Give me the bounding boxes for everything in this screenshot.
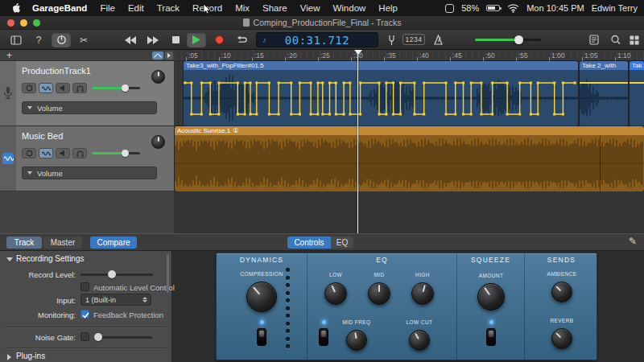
menu-help[interactable]: Help [372, 3, 404, 13]
menu-user[interactable]: Edwin Terry [592, 3, 638, 13]
knob-mid-freq[interactable] [346, 330, 367, 351]
edit-pencil-icon[interactable]: ✎ [629, 236, 637, 247]
play-button[interactable] [187, 32, 206, 47]
automation-param-dropdown[interactable]: Volume [22, 101, 157, 114]
catch-playhead-button[interactable] [165, 51, 173, 60]
cycle-button[interactable] [232, 32, 251, 47]
auto-level-checkbox[interactable] [80, 282, 89, 291]
time-ruler[interactable]: :05:10:15:20:25:30:35:40:45:50:551:001:0… [175, 50, 644, 61]
knob-ambience[interactable] [551, 282, 572, 302]
playhead-marker[interactable] [354, 50, 362, 55]
library-button[interactable] [6, 32, 26, 47]
noise-gate-checkbox[interactable] [80, 332, 89, 341]
mute-button[interactable] [56, 148, 70, 158]
media-browser-button[interactable] [625, 32, 644, 47]
add-track-button[interactable]: + [6, 50, 12, 61]
menu-clock[interactable]: Mon 10:45 PM [526, 3, 584, 13]
disclosure-triangle-icon[interactable] [6, 257, 13, 261]
knob-low-cut[interactable] [409, 330, 430, 351]
compare-button[interactable]: Compare [90, 237, 137, 249]
toggle-switch-dynamics[interactable] [257, 328, 266, 346]
record-level-slider[interactable] [80, 274, 153, 276]
lcd-display[interactable]: ♪ 00:31.712 [256, 32, 378, 47]
volume-thumb[interactable] [514, 35, 523, 44]
automation-param-dropdown[interactable]: Volume [22, 167, 157, 179]
menu-mix[interactable]: Mix [229, 3, 256, 13]
pan-knob[interactable] [151, 135, 165, 149]
notepad-button[interactable] [584, 32, 604, 47]
menu-extra-icon[interactable] [445, 4, 454, 13]
noise-gate-thumb[interactable] [94, 333, 102, 341]
knob-compression[interactable] [246, 282, 277, 312]
solo-button[interactable] [72, 148, 87, 158]
track-volume-thumb[interactable] [122, 150, 129, 157]
menu-file[interactable]: File [93, 3, 122, 13]
zoom-button[interactable] [33, 19, 40, 27]
smart-controls-button[interactable] [52, 32, 71, 47]
window-title-bar[interactable]: Comping_ProductionFile_Final - Tracks [0, 16, 644, 30]
mute-button[interactable] [56, 83, 70, 93]
menu-track[interactable]: Track [151, 3, 186, 13]
plugins-disclosure-icon[interactable] [7, 354, 11, 360]
editors-button[interactable]: ✂ [74, 32, 93, 47]
input-monitor-button[interactable] [39, 83, 53, 93]
menu-edit[interactable]: Edit [122, 3, 151, 13]
playhead[interactable] [357, 50, 358, 233]
region-take3[interactable]: Take3_with_PopFilter#01.5 [184, 61, 578, 126]
knob-amount[interactable] [477, 283, 505, 311]
menu-share[interactable]: Share [256, 3, 294, 13]
knob-high[interactable] [411, 282, 434, 305]
track-header-1[interactable]: ProductionTrack1 Volume [0, 61, 174, 126]
forward-button[interactable] [143, 32, 163, 47]
record-button[interactable] [209, 32, 229, 47]
loop-browser-button[interactable] [605, 32, 625, 47]
minimize-button[interactable] [20, 19, 27, 27]
tab-eq[interactable]: EQ [331, 237, 353, 249]
knob-low[interactable] [324, 282, 347, 305]
volume-automation-line[interactable] [184, 70, 576, 125]
settings-scrollbar[interactable] [167, 254, 169, 293]
record-level-thumb[interactable] [108, 270, 116, 278]
region-take2[interactable]: Take 2_with [580, 61, 628, 126]
battery-percent[interactable]: 58% [461, 3, 479, 13]
record-enable-button[interactable] [22, 148, 36, 158]
toggle-switch-eq[interactable] [319, 328, 328, 346]
track-volume-slider[interactable] [92, 152, 140, 154]
noise-gate-slider[interactable] [94, 336, 152, 339]
plugins-header[interactable]: Plug-ins [16, 352, 45, 360]
menu-window[interactable]: Window [326, 3, 372, 13]
automation-toggle-button[interactable] [152, 51, 163, 60]
knob-reverb[interactable] [551, 328, 572, 349]
tab-master[interactable]: Master [43, 237, 82, 249]
knob-mid[interactable] [368, 282, 390, 305]
input-monitor-button[interactable] [39, 148, 53, 158]
input-select[interactable]: 1 (Built-in [80, 294, 151, 306]
menu-view[interactable]: View [294, 3, 327, 13]
volume-automation-line[interactable] [630, 82, 644, 84]
toggle-switch-squeeze[interactable] [486, 328, 496, 346]
track-volume-thumb[interactable] [122, 84, 129, 92]
pan-knob[interactable] [151, 70, 165, 84]
tab-track[interactable]: Track [6, 237, 42, 249]
menu-garageband[interactable]: GarageBand [26, 3, 93, 13]
close-button[interactable] [7, 19, 14, 27]
monitoring-checkbox[interactable] [80, 310, 89, 319]
master-volume-slider[interactable] [475, 39, 541, 41]
region-music-bed[interactable]: Acoustic Sunrise.1① [175, 126, 644, 191]
battery-icon[interactable] [486, 5, 500, 11]
solo-button[interactable] [72, 83, 87, 93]
quick-help-button[interactable]: ? [29, 32, 48, 47]
rewind-button[interactable] [121, 32, 140, 47]
volume-automation-line[interactable] [580, 82, 628, 84]
wifi-icon[interactable] [507, 4, 519, 13]
apple-menu[interactable] [6, 2, 26, 14]
record-enable-button[interactable] [22, 83, 36, 93]
tuner-button[interactable] [382, 32, 401, 47]
tab-controls[interactable]: Controls [287, 237, 331, 249]
track-header-2[interactable]: Music Bed Volume [0, 126, 174, 191]
track-volume-slider[interactable] [92, 87, 140, 89]
count-in-button[interactable]: 1234 [402, 34, 425, 45]
stop-button[interactable] [166, 32, 185, 47]
metronome-button[interactable] [428, 32, 448, 47]
region-tak[interactable]: Tak [630, 61, 644, 126]
